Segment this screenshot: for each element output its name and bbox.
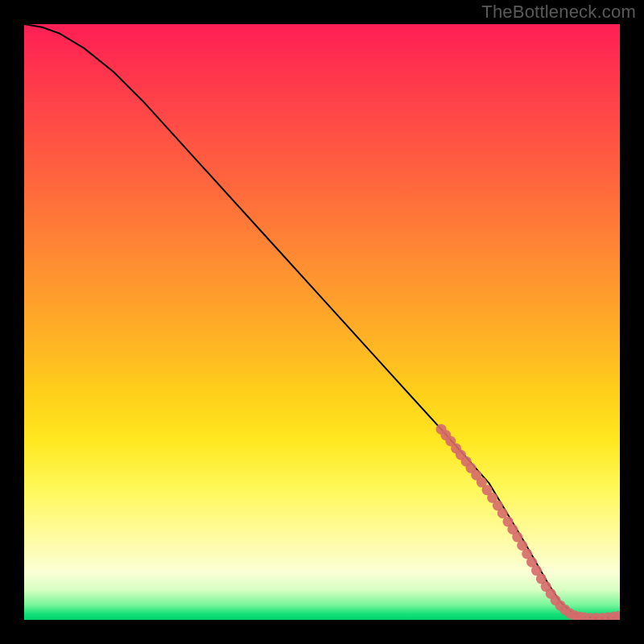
plot-area xyxy=(24,24,620,620)
chart-root: TheBottleneck.com xyxy=(0,0,644,644)
bottleneck-curve xyxy=(24,24,620,618)
scatter-points xyxy=(436,424,621,620)
attribution-text: TheBottleneck.com xyxy=(481,2,636,23)
chart-overlay-svg xyxy=(24,24,620,620)
